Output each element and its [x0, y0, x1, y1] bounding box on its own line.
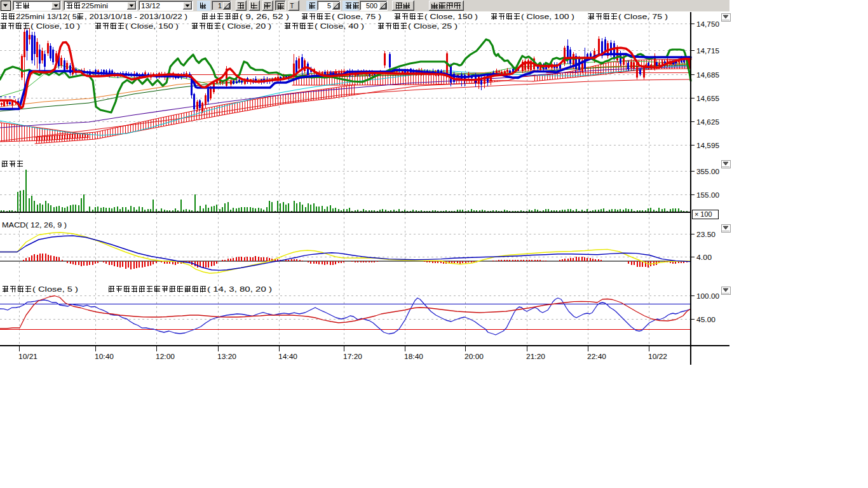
svg-text:500: 500	[366, 2, 377, 10]
svg-text:5: 5	[327, 2, 331, 10]
svg-text:( Close, 75 ): ( Close, 75 )	[332, 13, 381, 20]
svg-text:21:20: 21:20	[526, 353, 545, 360]
svg-text:( Close, 25 ): ( Close, 25 )	[408, 22, 458, 30]
svg-text:14,750: 14,750	[696, 20, 719, 28]
svg-text:355.00: 355.00	[696, 168, 719, 175]
svg-text:22:40: 22:40	[587, 353, 606, 360]
svg-text:1: 1	[218, 2, 222, 10]
svg-text:225mini: 225mini	[81, 2, 108, 10]
svg-text:( 14, 3, 80, 20 ): ( 14, 3, 80, 20 )	[207, 285, 272, 293]
svg-text:14,715: 14,715	[696, 47, 719, 55]
svg-text:12:00: 12:00	[156, 353, 175, 360]
svg-text:20:00: 20:00	[465, 353, 484, 360]
svg-text:( Close, 10 ): ( Close, 10 )	[31, 22, 80, 30]
svg-text:( Close, 5 ): ( Close, 5 )	[32, 285, 78, 293]
svg-text:14,685: 14,685	[696, 71, 719, 79]
svg-text:10/22: 10/22	[648, 353, 667, 360]
svg-text:14:40: 14:40	[278, 353, 297, 360]
svg-text:23.50: 23.50	[696, 231, 715, 238]
svg-text:18:40: 18:40	[404, 353, 423, 360]
svg-text:10:40: 10:40	[95, 353, 114, 360]
svg-text:MACD( 12, 26, 9 ): MACD( 12, 26, 9 )	[2, 221, 67, 229]
svg-text:10/21: 10/21	[18, 353, 37, 360]
svg-text:225mini 13/12( 5: 225mini 13/12( 5	[16, 13, 77, 20]
svg-text:( Close, 20 ): ( Close, 20 )	[222, 22, 271, 30]
svg-text:T: T	[290, 2, 294, 10]
svg-text:× 100: × 100	[695, 210, 712, 218]
svg-text:( Close, 75 ): ( Close, 75 )	[618, 13, 668, 20]
svg-text:13:20: 13:20	[217, 353, 236, 360]
svg-text:, 2013/10/18 - 2013/10/22 ): , 2013/10/18 - 2013/10/22 )	[85, 13, 187, 20]
svg-text:4.00: 4.00	[696, 254, 712, 261]
svg-text:17:20: 17:20	[343, 353, 362, 360]
svg-text:14,655: 14,655	[696, 95, 719, 102]
svg-text:( Close, 150 ): ( Close, 150 )	[424, 13, 478, 20]
svg-text:( Close, 100 ): ( Close, 100 )	[521, 13, 574, 20]
svg-text:14,595: 14,595	[696, 142, 719, 149]
svg-text:45.00: 45.00	[696, 316, 715, 323]
svg-text:155.00: 155.00	[696, 191, 719, 199]
svg-text:100.00: 100.00	[696, 292, 719, 300]
svg-text:13/12: 13/12	[141, 2, 160, 10]
svg-text:14,625: 14,625	[696, 118, 719, 126]
svg-text:( 9, 26, 52 ): ( 9, 26, 52 )	[240, 13, 289, 20]
svg-text:( Close, 40 ): ( Close, 40 )	[315, 22, 364, 30]
svg-text:( Close, 150 ): ( Close, 150 )	[125, 22, 179, 30]
